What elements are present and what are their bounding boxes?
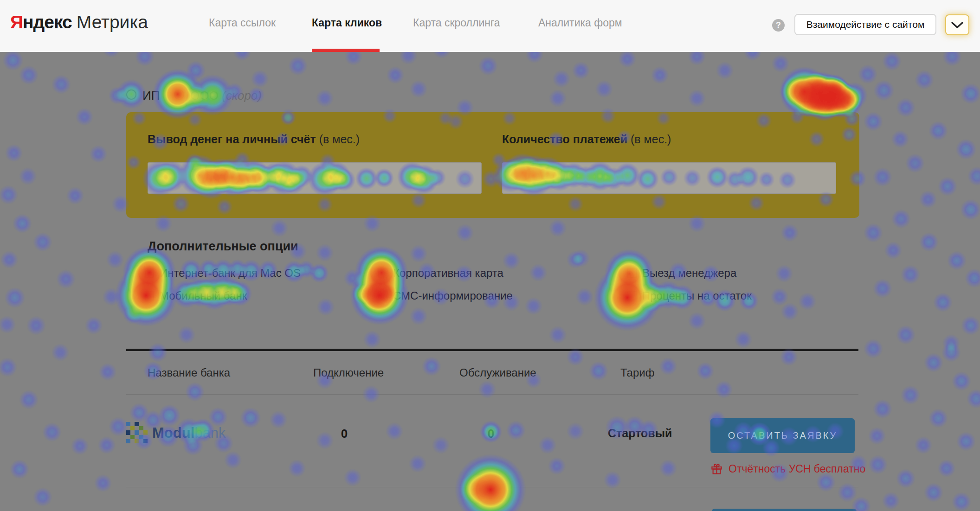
logo-brand: Яндекс — [10, 12, 72, 32]
option-internet-bank[interactable]: Интернет-банк для Mac OS — [145, 266, 301, 280]
column-header-bank: Название банка — [148, 366, 230, 379]
gift-icon — [710, 463, 723, 475]
withdraw-input[interactable] — [148, 162, 482, 194]
submit-request-button[interactable]: ОСТАВИТЬ ЗАЯВКУ — [710, 418, 855, 453]
promo-link[interactable]: Отчётность УСН бесплатно — [710, 463, 865, 475]
checkbox-icon[interactable] — [145, 291, 154, 300]
column-header-tariff: Тариф — [620, 366, 654, 379]
checkbox-label: Выезд менеджера — [642, 267, 736, 280]
payments-field-label: Количество платежей (в мес.) — [502, 133, 671, 146]
tab-form-analytics[interactable]: Аналитика форм — [538, 17, 622, 29]
table-top-border — [126, 349, 858, 351]
column-header-connection: Подключение — [313, 366, 384, 379]
tab-link-map[interactable]: Карта ссылок — [209, 17, 276, 29]
radio-ooo-note: (скоро) — [222, 89, 262, 103]
highlighted-fields-panel: Вывод денег на личный счёт (в мес.) Коли… — [126, 112, 859, 218]
help-icon[interactable]: ? — [772, 19, 785, 32]
checkbox-label: Проценты на остаток — [642, 289, 752, 302]
active-tab-underline — [312, 49, 380, 52]
connection-value: 0 — [321, 427, 368, 441]
payments-input[interactable] — [502, 162, 836, 194]
promo-link-label: Отчётность УСН бесплатно — [729, 463, 865, 475]
dropdown-button[interactable] — [945, 14, 969, 35]
checkbox-label: Интернет-банк для Mac OS — [160, 267, 301, 280]
option-corporate-card[interactable]: Корпоративная карта — [378, 266, 503, 280]
tab-scroll-map[interactable]: Карта скроллинга — [413, 17, 500, 29]
radio-ip[interactable] — [126, 89, 136, 100]
bank-name[interactable]: Modulbank — [152, 425, 226, 441]
top-bar: ЯндексМетрика Карта ссылок Карта кликов … — [0, 0, 980, 52]
interaction-mode-button[interactable]: Взаимодействие с сайтом — [794, 14, 936, 35]
checkbox-icon[interactable] — [627, 291, 637, 300]
option-mobile-bank[interactable]: Мобильный банк — [145, 289, 247, 303]
radio-ip-label[interactable]: ИП — [142, 89, 160, 103]
option-balance-interest[interactable]: Проценты на остаток — [627, 289, 752, 303]
checkbox-icon[interactable] — [378, 291, 387, 300]
checkbox-label: Корпоративная карта — [393, 267, 503, 280]
options-heading: Дополнительные опции — [148, 239, 298, 254]
radio-ooo[interactable] — [174, 89, 184, 100]
checkbox-label: Мобильный банк — [160, 289, 247, 302]
radio-ooo-label[interactable]: ООО — [190, 89, 219, 103]
service-value: 0 — [468, 427, 514, 441]
logo-product: Метрика — [77, 12, 148, 32]
metrica-click-map-page: ЯндексМетрика Карта ссылок Карта кликов … — [0, 0, 980, 511]
option-manager-visit[interactable]: Выезд менеджера — [627, 266, 736, 280]
site-screenshot-area: ИП ООО (скоро) Вывод денег на личный счё… — [0, 52, 980, 511]
checkbox-label: СМС-информирование — [393, 289, 513, 302]
option-sms-informing[interactable]: СМС-информирование — [378, 289, 513, 303]
column-header-service: Обслуживание — [459, 366, 536, 379]
submit-request-button-next-row[interactable] — [712, 509, 857, 511]
modulbank-logo-icon — [126, 422, 148, 443]
checkbox-icon[interactable] — [145, 268, 154, 278]
tab-click-map[interactable]: Карта кликов — [312, 17, 382, 29]
withdraw-field-label: Вывод денег на личный счёт (в мес.) — [148, 133, 360, 146]
checkbox-icon[interactable] — [627, 268, 637, 278]
yandex-metrica-logo[interactable]: ЯндексМетрика — [10, 12, 148, 32]
tariff-value: Стартовый — [608, 427, 672, 440]
row-divider — [126, 487, 858, 487]
chevron-down-icon — [951, 21, 964, 29]
table-header-divider — [126, 394, 858, 395]
checkbox-icon[interactable] — [378, 268, 387, 278]
